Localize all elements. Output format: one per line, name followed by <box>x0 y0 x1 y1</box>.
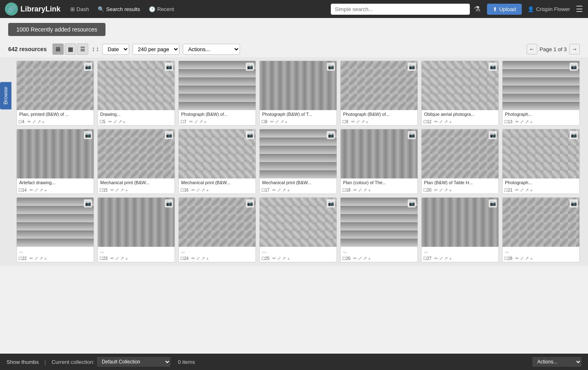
expand-icon[interactable]: ⤢ <box>439 256 443 261</box>
nav-recent[interactable]: 🕐 Recent <box>146 0 177 18</box>
camera-icon[interactable]: 📷 <box>570 63 578 71</box>
list-item[interactable]: 📷 Mechanical print (B&W... ☐16 ✏ ⤢ ↗ + <box>178 129 256 194</box>
list-item[interactable]: 📷 Oblique aerial photogra... ☐12 ✏ ⤢ ↗ + <box>421 61 499 126</box>
share-icon[interactable]: ↗ <box>525 119 529 124</box>
expand-icon[interactable]: ⤢ <box>196 187 200 193</box>
add-icon[interactable]: + <box>449 188 451 193</box>
camera-icon[interactable]: 📷 <box>84 199 92 208</box>
share-icon[interactable]: ↗ <box>201 187 205 193</box>
list-item[interactable]: 📷 Plan (B&W) of Table H... ☐20 ✏ ⤢ ↗ + <box>421 129 499 194</box>
list-item[interactable]: 📷 Photograph (B&W) of... ☐9 ✏ ⤢ ↗ + <box>340 61 418 126</box>
share-icon[interactable]: ↗ <box>118 119 122 124</box>
expand-icon[interactable]: ⤢ <box>520 256 524 261</box>
edit-icon[interactable]: ✏ <box>110 256 114 261</box>
share-icon[interactable]: ↗ <box>37 119 41 124</box>
edit-icon[interactable]: ✏ <box>29 256 33 261</box>
camera-icon[interactable]: 📷 <box>570 131 578 139</box>
camera-icon[interactable]: 📷 <box>489 199 497 208</box>
next-page-button[interactable]: → <box>569 44 580 54</box>
per-page-select[interactable]: 240 per page <box>132 44 180 55</box>
view-list2-button[interactable]: ▦ <box>65 43 76 55</box>
share-icon[interactable]: ↗ <box>280 119 284 124</box>
expand-icon[interactable]: ⤢ <box>275 119 279 124</box>
share-icon[interactable]: ↗ <box>444 187 448 193</box>
hamburger-icon[interactable]: ☰ <box>576 4 583 14</box>
search-input[interactable] <box>331 4 470 15</box>
prev-page-button[interactable]: ← <box>527 44 537 54</box>
list-item[interactable]: 📷 Photograph... ☐21 ✏ ⤢ ↗ + <box>502 129 580 194</box>
share-icon[interactable]: ↗ <box>201 256 205 261</box>
expand-icon[interactable]: ⤢ <box>439 119 443 124</box>
list-item[interactable]: 📷 Photograph (B&W) of... ☐7 ✏ ⤢ ↗ + <box>178 61 256 126</box>
edit-icon[interactable]: ✏ <box>110 187 114 193</box>
expand-icon[interactable]: ⤢ <box>32 119 36 124</box>
edit-icon[interactable]: ✏ <box>515 119 519 124</box>
add-icon[interactable]: + <box>206 188 209 193</box>
share-icon[interactable]: ↗ <box>39 187 43 193</box>
add-icon[interactable]: + <box>125 188 128 193</box>
list-item[interactable]: 📷 Plan (colour) of The... ☐18 ✏ ⤢ ↗ + <box>340 129 418 194</box>
add-icon[interactable]: + <box>368 256 370 261</box>
list-item[interactable]: 📷 ... ☐28 ✏ ⤢ ↗ + <box>502 197 580 262</box>
camera-icon[interactable]: 📷 <box>489 131 497 139</box>
expand-icon[interactable]: ⤢ <box>358 256 362 261</box>
browse-tab[interactable]: Browse <box>0 82 11 109</box>
nav-search-results[interactable]: 🔍 Search results <box>94 0 143 18</box>
expand-icon[interactable]: ⤢ <box>113 119 117 124</box>
list-item[interactable]: 📷 Drawing... ☐5 ✏ ⤢ ↗ + <box>97 61 175 126</box>
list-item[interactable]: 📷 ... ☐26 ✏ ⤢ ↗ + <box>340 197 418 262</box>
add-icon[interactable]: + <box>530 256 532 261</box>
expand-icon[interactable]: ⤢ <box>277 256 281 261</box>
list-item[interactable]: 📷 Mechanical print (B&W... ☐15 ✏ ⤢ ↗ + <box>97 129 175 194</box>
share-icon[interactable]: ↗ <box>282 256 286 261</box>
camera-icon[interactable]: 📷 <box>408 63 416 71</box>
share-icon[interactable]: ↗ <box>120 187 124 193</box>
sort-select[interactable]: Date <box>102 44 129 55</box>
list-item[interactable]: 📷 Artefact drawing... ☐14 ✏ ⤢ ↗ + <box>16 129 94 194</box>
logo[interactable]: 🔗 LibraryLink <box>5 2 61 16</box>
expand-icon[interactable]: ⤢ <box>196 256 200 261</box>
edit-icon[interactable]: ✏ <box>270 119 274 124</box>
add-icon[interactable]: + <box>287 188 290 193</box>
share-icon[interactable]: ↗ <box>444 256 448 261</box>
edit-icon[interactable]: ✏ <box>434 256 438 261</box>
share-icon[interactable]: ↗ <box>525 187 529 193</box>
camera-icon[interactable]: 📷 <box>327 199 335 208</box>
edit-icon[interactable]: ✏ <box>515 187 519 193</box>
camera-icon[interactable]: 📷 <box>84 63 92 71</box>
camera-icon[interactable]: 📷 <box>246 131 254 139</box>
camera-icon[interactable]: 📷 <box>246 199 254 208</box>
sort-icons[interactable]: ↕ ↕ <box>92 45 99 53</box>
add-icon[interactable]: + <box>285 120 287 124</box>
camera-icon[interactable]: 📷 <box>327 63 335 71</box>
list-item[interactable]: 📷 ... ☐22 ✏ ⤢ ↗ + <box>16 197 94 262</box>
share-icon[interactable]: ↗ <box>282 187 286 193</box>
camera-icon[interactable]: 📷 <box>246 63 254 71</box>
expand-icon[interactable]: ⤢ <box>520 187 524 193</box>
edit-icon[interactable]: ✏ <box>27 119 31 124</box>
list-item[interactable]: 📷 ... ☐23 ✏ ⤢ ↗ + <box>97 197 175 262</box>
add-icon[interactable]: + <box>44 188 47 193</box>
expand-icon[interactable]: ⤢ <box>34 256 38 261</box>
camera-icon[interactable]: 📷 <box>165 199 173 208</box>
add-icon[interactable]: + <box>530 120 532 124</box>
add-icon[interactable]: + <box>44 256 47 261</box>
list-item[interactable]: 📷 Mechanical print (B&W... ☐17 ✏ ⤢ ↗ + <box>259 129 337 194</box>
list-item[interactable]: 📷 Plan, printed (B&W) of ... ☐4 ✏ ⤢ ↗ + <box>16 61 94 126</box>
edit-icon[interactable]: ✏ <box>191 256 195 261</box>
edit-icon[interactable]: ✏ <box>515 256 519 261</box>
expand-icon[interactable]: ⤢ <box>34 187 38 193</box>
expand-icon[interactable]: ⤢ <box>356 119 360 124</box>
edit-icon[interactable]: ✏ <box>434 187 438 193</box>
actions-select[interactable]: Actions... <box>183 44 240 55</box>
share-icon[interactable]: ↗ <box>39 256 43 261</box>
list-item[interactable]: 📷 ... ☐27 ✏ ⤢ ↗ + <box>421 197 499 262</box>
share-icon[interactable]: ↗ <box>199 119 203 124</box>
camera-icon[interactable]: 📷 <box>570 199 578 208</box>
edit-icon[interactable]: ✏ <box>108 119 112 124</box>
expand-icon[interactable]: ⤢ <box>439 187 443 193</box>
edit-icon[interactable]: ✏ <box>353 256 357 261</box>
list-item[interactable]: 📷 ... ☐24 ✏ ⤢ ↗ + <box>178 197 256 262</box>
share-icon[interactable]: ↗ <box>444 119 448 124</box>
expand-icon[interactable]: ⤢ <box>520 119 524 124</box>
